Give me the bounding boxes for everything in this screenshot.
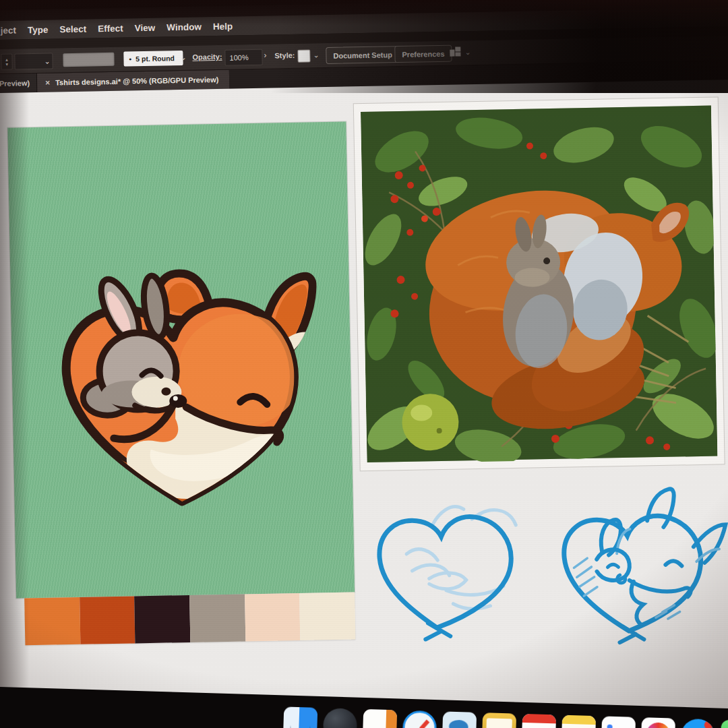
opacity-label[interactable]: Opacity: bbox=[192, 53, 222, 61]
style-label[interactable]: Style: bbox=[274, 51, 295, 60]
stepper-down-icon[interactable]: ▾ bbox=[5, 62, 8, 67]
dock-icon-textedit[interactable] bbox=[363, 709, 397, 728]
menu-item-window[interactable]: Window bbox=[166, 22, 202, 32]
palette-swatch[interactable] bbox=[134, 595, 190, 643]
bullet-icon: • bbox=[129, 55, 131, 63]
document-canvas[interactable] bbox=[0, 80, 728, 728]
tab-label: Preview) bbox=[0, 79, 30, 88]
style-swatch[interactable] bbox=[297, 49, 310, 62]
opacity-value: 100% bbox=[229, 53, 248, 62]
stroke-weight-select[interactable]: ⌄ bbox=[14, 53, 53, 69]
dock-icon-row: 17 bbox=[283, 706, 728, 728]
tab-label: Tshirts designs.ai* @ 50% (RGB/GPU Previ… bbox=[55, 75, 218, 86]
palette-swatch[interactable] bbox=[245, 593, 301, 641]
menu-item-help[interactable]: Help bbox=[213, 21, 233, 32]
palette-swatch[interactable] bbox=[189, 594, 245, 642]
chevron-down-icon[interactable]: ⌄ bbox=[464, 49, 471, 56]
close-icon[interactable]: × bbox=[45, 78, 50, 88]
workspace-switcher-icon[interactable] bbox=[450, 47, 460, 57]
color-palette[interactable] bbox=[24, 592, 355, 645]
document-setup-button[interactable]: Document Setup bbox=[326, 46, 400, 64]
chevron-down-icon[interactable]: ⌄ bbox=[313, 51, 319, 59]
dock-icon-reminders[interactable] bbox=[601, 716, 636, 728]
chevron-down-icon[interactable]: ⌄ bbox=[44, 57, 50, 65]
tab-background-document[interactable]: Preview) bbox=[0, 73, 37, 93]
reference-photo-image bbox=[361, 104, 718, 464]
dock-icon-preview[interactable] bbox=[442, 711, 477, 728]
reference-photo[interactable] bbox=[354, 97, 725, 471]
dock-icon-app-store[interactable] bbox=[681, 719, 715, 728]
concept-sketches[interactable] bbox=[363, 484, 728, 659]
value-stepper[interactable]: ▴ ▾ bbox=[1, 54, 12, 70]
dock-icon-calendar[interactable]: 17 bbox=[522, 714, 556, 728]
dock-icon-finder[interactable] bbox=[283, 706, 317, 728]
dock-icon-mail[interactable] bbox=[482, 712, 516, 728]
menu-item-object[interactable]: ject bbox=[1, 25, 17, 35]
dock-icon-safari[interactable] bbox=[402, 710, 437, 728]
menu-item-type[interactable]: Type bbox=[28, 24, 49, 35]
monitor-screen: ject Type Select Effect View Window Help… bbox=[0, 0, 728, 728]
brush-style-select[interactable]: • 5 pt. Round bbox=[123, 51, 183, 67]
dock-icon-messages[interactable] bbox=[721, 720, 728, 728]
palette-swatch[interactable] bbox=[299, 592, 355, 640]
chevron-down-icon[interactable]: ⌄ bbox=[180, 54, 186, 61]
palette-swatch[interactable] bbox=[80, 596, 135, 644]
dock-icon-notes[interactable] bbox=[562, 715, 596, 728]
palette-swatch[interactable] bbox=[24, 597, 80, 645]
menu-item-effect[interactable]: Effect bbox=[98, 23, 123, 34]
menu-item-view[interactable]: View bbox=[135, 22, 156, 33]
sketch-right bbox=[563, 488, 727, 644]
menu-item-select[interactable]: Select bbox=[59, 24, 86, 34]
brush-style-value: 5 pt. Round bbox=[135, 54, 175, 63]
stroke-preview-bar[interactable] bbox=[63, 53, 114, 67]
sketch-left bbox=[379, 506, 518, 640]
dock-icon-news[interactable] bbox=[323, 708, 357, 728]
opacity-input[interactable]: 100% bbox=[224, 49, 262, 66]
chevron-right-icon[interactable]: › bbox=[264, 51, 266, 59]
artboard-logo[interactable] bbox=[7, 122, 355, 599]
notification-badge bbox=[704, 721, 713, 728]
fox-bunny-heart-logo[interactable] bbox=[49, 268, 317, 507]
preferences-button[interactable]: Preferences bbox=[394, 45, 452, 63]
dock-icon-photos[interactable] bbox=[641, 717, 675, 728]
